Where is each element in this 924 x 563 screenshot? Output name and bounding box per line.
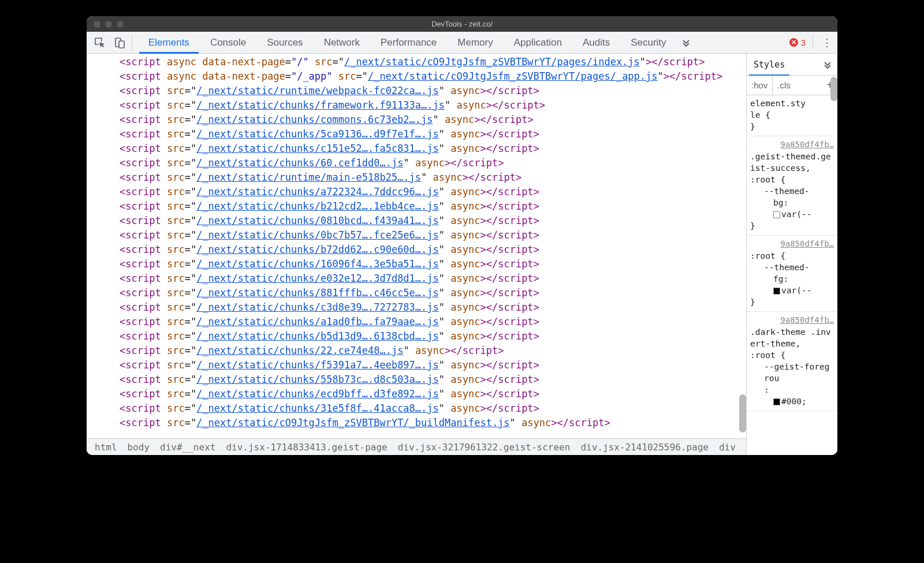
error-badge[interactable]: ✕ 3: [789, 38, 806, 47]
error-count: 3: [801, 38, 806, 47]
dom-node[interactable]: <script src="/_next/static/chunks/a72232…: [88, 185, 746, 199]
titlebar: DevTools - zeit.co/: [87, 16, 837, 32]
tab-elements[interactable]: Elements: [138, 32, 200, 53]
dom-node[interactable]: <script src="/_next/static/chunks/ecd9bf…: [88, 387, 746, 401]
tab-security[interactable]: Security: [620, 32, 676, 53]
svg-rect-1: [119, 41, 124, 48]
inspect-icon[interactable]: [90, 32, 110, 53]
more-tabs-icon[interactable]: [677, 32, 695, 53]
breadcrumb-segment[interactable]: div.jsx-1714833413.geist-page: [226, 442, 387, 453]
window-title: DevTools - zeit.co/: [87, 20, 837, 28]
styles-scrollbar[interactable]: [830, 77, 837, 101]
close-dot[interactable]: [94, 21, 100, 28]
dom-breadcrumbs[interactable]: htmlbodydiv#__nextdiv.jsx-1714833413.gei…: [87, 438, 746, 455]
styles-tab[interactable]: Styles: [747, 54, 792, 75]
dom-node[interactable]: <script src="/_next/static/chunks/b5d13d…: [88, 329, 746, 344]
dom-node[interactable]: <script src="/_next/static/chunks/881fff…: [88, 286, 746, 300]
dom-node[interactable]: <script src="/_next/static/chunks/22.ce7…: [88, 344, 746, 358]
source-scrollbar[interactable]: [739, 394, 746, 432]
breadcrumb-segment[interactable]: body: [128, 442, 150, 453]
dom-node[interactable]: <script src="/_next/static/runtime/webpa…: [88, 84, 746, 98]
style-rules[interactable]: element.style {}9a850df4fb….geist-themed…: [747, 95, 837, 455]
breadcrumb-segment[interactable]: div.jsx-2141025596.page: [580, 442, 709, 453]
dom-node[interactable]: <script src="/_next/static/chunks/31e5f8…: [88, 401, 746, 416]
devtools-toolbar: ElementsConsoleSourcesNetworkPerformance…: [87, 32, 837, 54]
dom-node[interactable]: <script src="/_next/static/chunks/common…: [88, 113, 746, 127]
breadcrumb-segment[interactable]: div#__next: [160, 442, 215, 453]
dom-node[interactable]: <script async data-next-page="/_app" src…: [88, 69, 746, 84]
cls-toggle[interactable]: .cls: [773, 76, 795, 95]
device-toggle-icon[interactable]: [110, 32, 129, 53]
panel-tabs: ElementsConsoleSourcesNetworkPerformance…: [138, 32, 677, 53]
tab-audits[interactable]: Audits: [572, 32, 620, 53]
dom-node[interactable]: <script src="/_next/static/chunks/f5391a…: [88, 358, 746, 372]
dom-node[interactable]: <script src="/_next/static/chunks/0bc7b5…: [88, 228, 746, 243]
tab-network[interactable]: Network: [314, 32, 370, 53]
dom-node[interactable]: <script src="/_next/static/chunks/558b73…: [88, 372, 746, 387]
style-rule[interactable]: 9a850df4fb…:root {--themed-fg:var(--}: [747, 236, 837, 312]
tab-application[interactable]: Application: [504, 32, 572, 53]
hover-toggle[interactable]: :hov: [747, 76, 773, 95]
tab-performance[interactable]: Performance: [370, 32, 447, 53]
dom-node[interactable]: <script src="/_next/static/chunks/c3d8e3…: [88, 300, 746, 315]
rule-source[interactable]: 9a850df4fb…: [750, 139, 834, 150]
styles-panel: Styles :hov .cls + element.style {}9a850…: [746, 54, 837, 455]
styles-filter-row: :hov .cls +: [747, 76, 837, 95]
dom-node[interactable]: <script src="/_next/static/chunks/c151e5…: [88, 141, 746, 156]
breadcrumb-segment[interactable]: html: [95, 442, 117, 453]
dom-node[interactable]: <script src="/_next/static/runtime/main-…: [88, 170, 746, 185]
dom-node[interactable]: <script src="/_next/static/chunks/16096f…: [88, 257, 746, 271]
breadcrumb-segment[interactable]: div.jsx-3217961322.geist-screen: [398, 442, 571, 453]
dom-node[interactable]: <script async data-next-page="/" src="/_…: [88, 55, 746, 69]
dom-node[interactable]: <script src="/_next/static/chunks/b212cd…: [88, 199, 746, 214]
tab-memory[interactable]: Memory: [447, 32, 503, 53]
styles-more-tabs-icon[interactable]: [818, 54, 837, 75]
minimize-dot[interactable]: [105, 21, 112, 28]
style-rule[interactable]: element.style {}: [747, 95, 837, 136]
style-rule[interactable]: 9a850df4fb….geist-themed.geist-success, …: [747, 136, 837, 236]
dom-node[interactable]: <script src="/_next/static/chunks/framew…: [88, 98, 746, 113]
breadcrumb-segment[interactable]: div: [719, 442, 736, 453]
menu-icon[interactable]: ⋮: [820, 36, 834, 49]
rule-source[interactable]: 9a850df4fb…: [750, 314, 834, 326]
dom-node[interactable]: <script src="/_next/static/chunks/60.cef…: [88, 156, 746, 170]
dom-node[interactable]: <script src="/_next/static/chunks/b72dd6…: [88, 243, 746, 257]
dom-node[interactable]: <script src="/_next/static/cO9JtgJsfm_zS…: [88, 416, 746, 430]
error-icon: ✕: [789, 38, 798, 47]
dom-node[interactable]: <script src="/_next/static/chunks/5ca913…: [88, 127, 746, 141]
style-rule[interactable]: 9a850df4fb….dark-theme .invert-theme, :r…: [747, 312, 837, 411]
zoom-dot[interactable]: [117, 21, 124, 28]
devtools-window: DevTools - zeit.co/ ElementsConsoleSourc…: [87, 16, 837, 455]
elements-source[interactable]: <script async data-next-page="/" src="/_…: [87, 54, 746, 438]
tab-console[interactable]: Console: [200, 32, 256, 53]
window-controls: [87, 21, 124, 28]
dom-node[interactable]: <script src="/_next/static/chunks/e032e1…: [88, 271, 746, 286]
tab-sources[interactable]: Sources: [256, 32, 313, 53]
dom-node[interactable]: <script src="/_next/static/chunks/0810bc…: [88, 214, 746, 228]
dom-node[interactable]: <script src="/_next/static/chunks/a1ad0f…: [88, 315, 746, 329]
rule-source[interactable]: 9a850df4fb…: [750, 238, 834, 249]
